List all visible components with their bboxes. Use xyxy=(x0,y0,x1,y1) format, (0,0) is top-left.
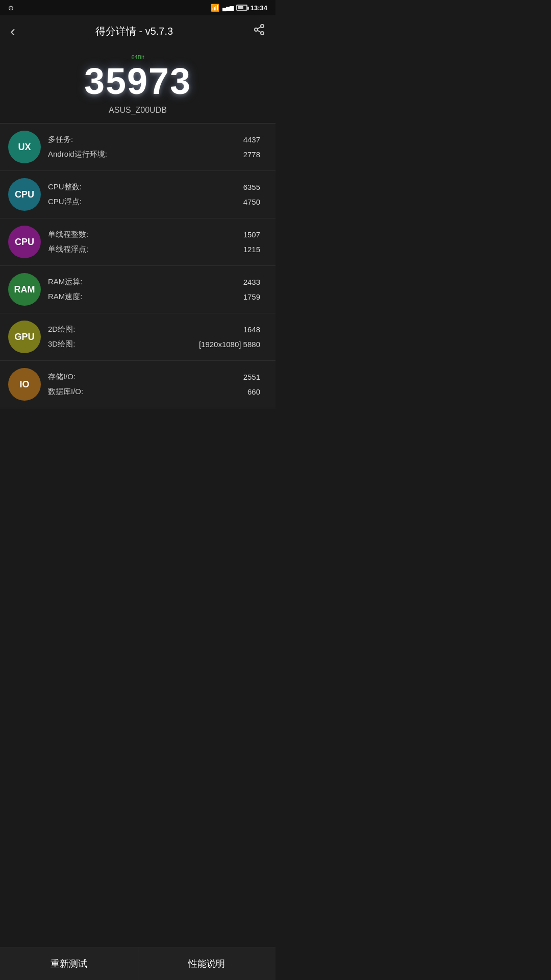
svg-point-2 xyxy=(261,32,264,35)
score-value: 2778 xyxy=(243,150,260,159)
score-label: 多任务: xyxy=(48,135,73,144)
main-content: 64Bit 35973 ASUS_Z00UDB UX多任务:4437Androi… xyxy=(0,47,276,444)
score-value: 2551 xyxy=(243,373,260,381)
battery-icon xyxy=(236,5,247,11)
top-nav: ‹ 得分详情 - v5.7.3 xyxy=(0,15,276,47)
signal-icon: ▄▅▆ xyxy=(222,5,233,11)
score-details-0: 多任务:4437Android运行环境:2778 xyxy=(41,132,267,162)
category-icon-0: UX xyxy=(8,131,41,163)
back-button[interactable]: ‹ xyxy=(10,22,15,40)
score-label: RAM运算: xyxy=(48,277,83,287)
score-item: Android运行环境:2778 xyxy=(48,147,260,162)
category-icon-5: IO xyxy=(8,368,41,401)
wifi-icon: 📶 xyxy=(211,4,219,12)
status-bar-right: 📶 ▄▅▆ 13:34 xyxy=(211,4,267,12)
status-bar: ⊙ 📶 ▄▅▆ 13:34 xyxy=(0,0,276,15)
category-icon-2: CPU xyxy=(8,226,41,258)
score-value: 1215 xyxy=(243,245,260,254)
score-details-4: 2D绘图:16483D绘图:[980x551] 5880 xyxy=(41,322,267,352)
score-label: 2D绘图: xyxy=(48,325,75,334)
score-label: CPU整数: xyxy=(48,182,82,192)
score-details-3: RAM运算:2433RAM速度:1759 xyxy=(41,275,267,304)
device-name: ASUS_Z00UDB xyxy=(10,106,265,115)
score-details-1: CPU整数:6355CPU浮点:4750 xyxy=(41,180,267,209)
category-icon-4: GPU xyxy=(8,321,41,353)
score-item: 存储I/O:2551 xyxy=(48,370,260,384)
score-row: RAMRAM运算:2433RAM速度:1759 xyxy=(0,266,276,313)
score-section: 64Bit 35973 ASUS_Z00UDB xyxy=(0,47,276,123)
svg-point-1 xyxy=(255,28,258,31)
score-label: 数据库I/O: xyxy=(48,387,83,397)
score-item: CPU整数:6355 xyxy=(48,180,260,194)
score-row: UX多任务:4437Android运行环境:2778 xyxy=(0,124,276,171)
score-item: 3D绘图:[980x551] 5880 xyxy=(48,337,260,352)
score-label: RAM速度: xyxy=(48,292,83,302)
score-item: RAM速度:1759 xyxy=(48,289,260,304)
score-item: 单线程整数:1507 xyxy=(48,227,260,242)
score-value: [980x551] 5880 xyxy=(199,340,260,349)
svg-line-4 xyxy=(258,27,261,29)
category-icon-1: CPU xyxy=(8,178,41,211)
score-number: 35973 xyxy=(10,61,265,102)
score-label: 存储I/O: xyxy=(48,372,76,382)
score-value: 1648 xyxy=(243,325,260,334)
score-item: 单线程浮点:1215 xyxy=(48,242,260,257)
score-value: 2433 xyxy=(243,278,260,286)
svg-line-3 xyxy=(258,31,261,33)
score-label: Android运行环境: xyxy=(48,150,107,159)
score-item: 数据库I/O:660 xyxy=(48,384,260,399)
score-label: 3D绘图: xyxy=(48,339,75,349)
score-details-2: 单线程整数:1507单线程浮点:1215 xyxy=(41,227,267,257)
score-item: 多任务:4437 xyxy=(48,132,260,147)
score-value: 4750 xyxy=(243,198,260,206)
score-value: 660 xyxy=(247,387,260,396)
status-bar-left: ⊙ xyxy=(8,4,14,12)
status-time: 13:34 xyxy=(251,4,267,12)
score-details-5: 存储I/O:2551数据库I/O:660 xyxy=(41,370,267,399)
score-label: 单线程浮点: xyxy=(48,244,88,254)
score-item: CPU浮点:4750 xyxy=(48,194,260,209)
score-row: CPU单线程整数:1507单线程浮点:1215 xyxy=(0,218,276,266)
share-button[interactable] xyxy=(253,23,265,39)
score-value: 4437 xyxy=(243,135,260,144)
page-title: 得分详情 - v5.7.3 xyxy=(95,24,173,38)
score-row: GPU2D绘图:16483D绘图:[980x551] 5880 xyxy=(0,313,276,361)
score-value: 6355 xyxy=(243,183,260,191)
score-row: IO存储I/O:2551数据库I/O:660 xyxy=(0,361,276,408)
score-item: RAM运算:2433 xyxy=(48,275,260,289)
category-icon-3: RAM xyxy=(8,273,41,306)
score-rows: UX多任务:4437Android运行环境:2778CPUCPU整数:6355C… xyxy=(0,124,276,408)
score-label: 单线程整数: xyxy=(48,230,88,239)
score-badge: 64Bit xyxy=(131,54,144,60)
notification-icon: ⊙ xyxy=(8,4,14,12)
score-label: CPU浮点: xyxy=(48,197,82,207)
svg-point-0 xyxy=(261,24,264,28)
score-row: CPUCPU整数:6355CPU浮点:4750 xyxy=(0,171,276,218)
score-item: 2D绘图:1648 xyxy=(48,322,260,337)
score-value: 1507 xyxy=(243,230,260,239)
score-value: 1759 xyxy=(243,292,260,301)
